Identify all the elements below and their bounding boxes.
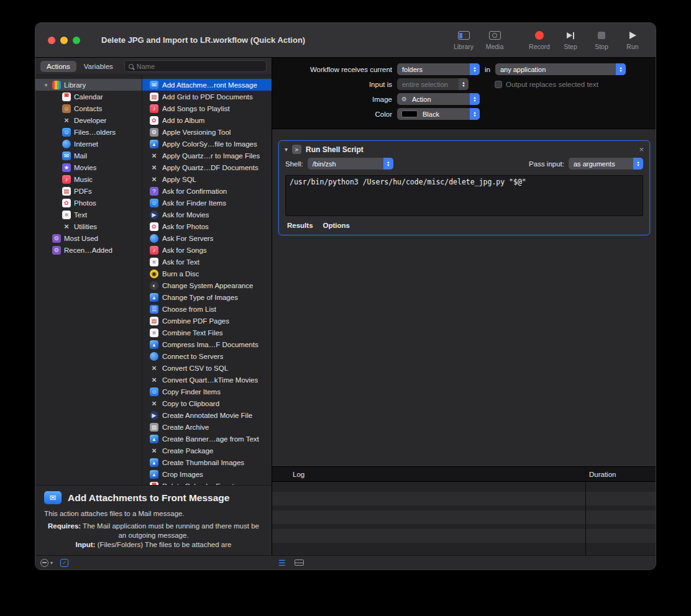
toolbar-stop-button[interactable]: Stop bbox=[588, 30, 615, 50]
close-window-button[interactable] bbox=[48, 37, 55, 44]
action-item-create-banner-age-from-text[interactable]: ▴Create Banner…age from Text bbox=[142, 433, 272, 445]
window-toolbar: LibraryMediaRecordStepStopRun bbox=[451, 30, 656, 50]
sidebar-item-mail[interactable]: ✉Mail bbox=[35, 150, 142, 161]
run-shell-script-action[interactable]: ▾ > Run Shell Script × Shell: /bin/zsh bbox=[278, 140, 650, 235]
action-item-create-annotated-movie-file[interactable]: ▶Create Annotated Movie File bbox=[142, 409, 272, 421]
action-item-combine-text-files[interactable]: ≡Combine Text Files bbox=[142, 327, 272, 338]
pass-input-popup[interactable]: as arguments bbox=[569, 158, 643, 170]
action-item-create-archive[interactable]: ▤Create Archive bbox=[142, 421, 272, 433]
library-panel: Actions Variables ▾Library▀Calendar☺Cont… bbox=[35, 58, 272, 555]
options-tab[interactable]: Options bbox=[323, 222, 350, 229]
action-item-add-attachme-ront-message[interactable]: ✉Add Attachme…ront Message bbox=[142, 79, 272, 91]
color-row: Color Black bbox=[282, 108, 646, 120]
action-item-ask-for-movies[interactable]: ▶Ask for Movies bbox=[142, 209, 272, 220]
sidebar-item-contacts[interactable]: ☺Contacts bbox=[35, 102, 142, 114]
sidebar-item-library[interactable]: ▾Library bbox=[35, 79, 142, 91]
sidebar-item-internet[interactable]: Internet bbox=[35, 138, 142, 150]
action-item-change-system-appearance[interactable]: ◐Change System Appearance bbox=[142, 279, 272, 291]
action-item-crop-images[interactable]: ▴Crop Images bbox=[142, 468, 272, 480]
library-icon bbox=[52, 81, 61, 89]
sidebar-item-photos[interactable]: ✿Photos bbox=[35, 197, 142, 209]
mail-icon: ✉ bbox=[44, 491, 62, 504]
movies-icon: ▶ bbox=[150, 411, 158, 420]
zoom-window-button[interactable] bbox=[73, 37, 80, 44]
color-popup[interactable]: Black bbox=[397, 108, 480, 120]
image-popup[interactable]: ⚙ Action bbox=[397, 93, 480, 105]
action-item-apply-quartz-df-documents[interactable]: ×Apply Quartz…DF Documents bbox=[142, 161, 272, 173]
sidebar-item-calendar[interactable]: ▀Calendar bbox=[35, 91, 142, 102]
status-bar: ▾ ✓ ☰ bbox=[35, 555, 656, 569]
tab-variables[interactable]: Variables bbox=[78, 61, 119, 72]
search-field[interactable] bbox=[124, 60, 267, 72]
toolbar-run-button[interactable]: Run bbox=[620, 30, 646, 50]
utility-x-icon: × bbox=[150, 364, 158, 373]
application-popup[interactable]: any application bbox=[495, 63, 626, 75]
sidebar-item-music[interactable]: ♪Music bbox=[35, 173, 142, 185]
toolbar-record-button[interactable]: Record bbox=[526, 30, 552, 50]
sidebar-item-utilities[interactable]: ×Utilities bbox=[35, 220, 142, 232]
sidebar-item-developer[interactable]: ×Developer bbox=[35, 114, 142, 126]
action-item-delete-calendar-events[interactable]: ▀Delete Calendar Events bbox=[142, 480, 272, 485]
flow-view-icon[interactable] bbox=[295, 559, 304, 566]
log-column-divider[interactable] bbox=[585, 467, 586, 555]
utility-x-icon: × bbox=[150, 376, 158, 384]
action-item-create-package[interactable]: ×Create Package bbox=[142, 445, 272, 456]
action-item-ask-for-photos[interactable]: ✿Ask for Photos bbox=[142, 220, 272, 232]
sidebar-item-movies[interactable]: ★Movies bbox=[35, 161, 142, 173]
toolbar-library-button[interactable]: Library bbox=[451, 30, 477, 50]
action-item-ask-for-finder-items[interactable]: ☺Ask for Finder Items bbox=[142, 197, 272, 209]
input-label: Input: bbox=[76, 541, 96, 548]
search-input[interactable] bbox=[137, 63, 262, 70]
list-view-icon[interactable]: ☰ bbox=[278, 559, 286, 567]
action-item-add-grid-to-pdf-documents[interactable]: ▤Add Grid to PDF Documents bbox=[142, 91, 272, 102]
action-item-add-songs-to-playlist[interactable]: ♪Add Songs to Playlist bbox=[142, 102, 272, 114]
action-item-ask-for-confirmation[interactable]: ?Ask for Confirmation bbox=[142, 185, 272, 197]
toolbar-step-button[interactable]: Step bbox=[557, 30, 583, 50]
smart-folder-icon: ⚙ bbox=[52, 246, 61, 255]
shell-options-row: Shell: /bin/zsh Pass input: as arguments bbox=[279, 156, 649, 171]
action-item-create-thumbnail-images[interactable]: ▴Create Thumbnail Images bbox=[142, 456, 272, 468]
tab-actions[interactable]: Actions bbox=[40, 61, 76, 72]
action-item-combine-pdf-pages[interactable]: ▤Combine PDF Pages bbox=[142, 315, 272, 327]
action-item-connect-to-servers[interactable]: Connect to Servers bbox=[142, 350, 272, 362]
shell-script-icon: > bbox=[292, 145, 301, 154]
remove-action-control[interactable]: ▾ bbox=[40, 559, 53, 567]
chevron-down-icon[interactable]: ▾ bbox=[285, 146, 288, 153]
sidebar-item-most-used[interactable]: ⚙Most Used bbox=[35, 232, 142, 244]
image-icon: ▴ bbox=[150, 470, 158, 479]
sidebar-item-recen-added[interactable]: ⚙Recen…Added bbox=[35, 244, 142, 256]
action-item-ask-for-songs[interactable]: ♪Ask for Songs bbox=[142, 244, 272, 256]
popup-arrows-icon bbox=[459, 78, 469, 90]
action-item-ask-for-servers[interactable]: Ask For Servers bbox=[142, 232, 272, 244]
action-item-copy-finder-items[interactable]: ☺Copy Finder Items bbox=[142, 386, 272, 397]
disclosure-chevron-icon[interactable]: ▾ bbox=[43, 82, 49, 88]
image-icon: ▴ bbox=[150, 293, 158, 302]
close-action-icon[interactable]: × bbox=[639, 145, 644, 153]
log-panel: Log Duration bbox=[272, 466, 656, 555]
action-item-ask-for-text[interactable]: ≡Ask for Text bbox=[142, 256, 272, 268]
receives-popup[interactable]: folders bbox=[397, 63, 480, 75]
action-item-copy-to-clipboard[interactable]: ×Copy to Clipboard bbox=[142, 397, 272, 409]
minimize-window-button[interactable] bbox=[60, 37, 68, 44]
action-item-convert-csv-to-sql[interactable]: ×Convert CSV to SQL bbox=[142, 362, 272, 374]
action-item-convert-quart-ktime-movies[interactable]: ×Convert Quart…kTime Movies bbox=[142, 374, 272, 386]
music-icon: ♪ bbox=[62, 175, 71, 184]
shell-popup[interactable]: /bin/zsh bbox=[308, 158, 393, 170]
action-item-change-type-of-images[interactable]: ▴Change Type of Images bbox=[142, 291, 272, 303]
action-item-apply-sql[interactable]: ×Apply SQL bbox=[142, 173, 272, 185]
action-item-choose-from-list[interactable]: ☰Choose from List bbox=[142, 303, 272, 315]
utility-x-icon: × bbox=[62, 222, 71, 231]
action-item-apple-versioning-tool[interactable]: ⚙Apple Versioning Tool bbox=[142, 126, 272, 138]
toolbar-media-button[interactable]: Media bbox=[482, 30, 508, 50]
action-item-apply-quartz-r-to-image-files[interactable]: ×Apply Quartz…r to Image Files bbox=[142, 150, 272, 161]
results-tab[interactable]: Results bbox=[287, 222, 313, 229]
action-item-compress-ima-f-documents[interactable]: ▴Compress Ima…F Documents bbox=[142, 338, 272, 350]
action-item-burn-a-disc[interactable]: ◉Burn a Disc bbox=[142, 268, 272, 279]
sidebar-item-files-olders[interactable]: ☺Files…olders bbox=[35, 126, 142, 138]
sidebar-item-text[interactable]: ≡Text bbox=[35, 209, 142, 220]
action-item-add-to-album[interactable]: ✿Add to Album bbox=[142, 114, 272, 126]
description-toggle-button[interactable]: ✓ bbox=[60, 559, 68, 567]
shell-script-editor[interactable]: /usr/bin/python3 /Users/hu/code/misc/del… bbox=[285, 175, 643, 216]
sidebar-item-pdfs[interactable]: ▤PDFs bbox=[35, 185, 142, 197]
action-item-apply-colorsy-file-to-images[interactable]: ▴Apply ColorSy…file to Images bbox=[142, 138, 272, 150]
